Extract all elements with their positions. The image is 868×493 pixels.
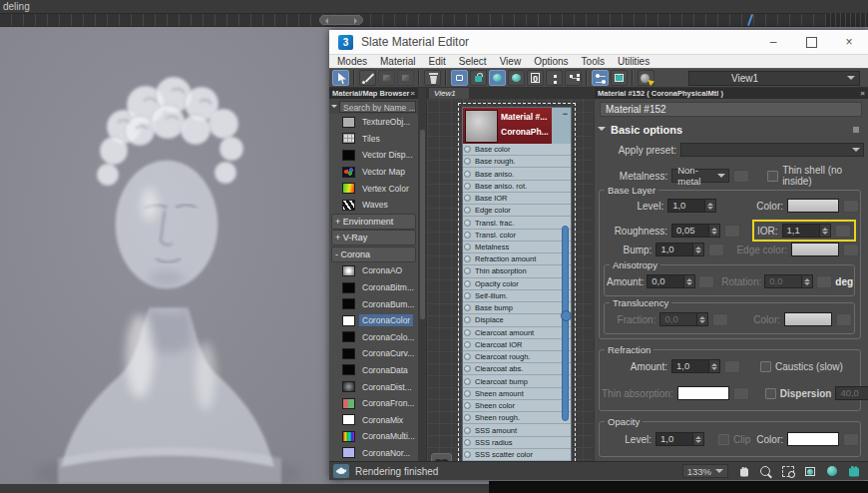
spinner-arrows-icon[interactable] <box>709 359 720 373</box>
rollout-pin-icon[interactable] <box>853 127 859 133</box>
caustics-checkbox[interactable] <box>760 361 771 372</box>
menu-tools[interactable]: Tools <box>582 55 605 68</box>
browser-item[interactable]: - Corona <box>329 246 418 263</box>
node-slot[interactable]: Sheen color <box>463 400 571 412</box>
edge-color-swatch[interactable] <box>791 243 839 256</box>
node-slot[interactable]: Base IOR <box>463 193 571 205</box>
node-slot[interactable]: Clearcoat IOR <box>463 339 571 351</box>
tab-view1[interactable]: View1 <box>429 88 469 99</box>
thin-absorption-swatch[interactable] <box>677 386 729 400</box>
menu-utilities[interactable]: Utilities <box>618 55 650 68</box>
roughness-spinner[interactable]: 0,05 <box>671 224 720 238</box>
move-children-icon[interactable] <box>451 70 468 86</box>
menu-options[interactable]: Options <box>534 55 568 68</box>
spinner-arrows-icon[interactable] <box>802 274 813 288</box>
browser-item[interactable]: CoronaFron... <box>329 395 418 412</box>
aniso-rotation-spinner[interactable]: 0,0 <box>764 274 813 288</box>
metalness-map-button[interactable] <box>733 170 749 183</box>
timeline-trackbar[interactable] <box>0 13 868 27</box>
dispersion-spinner[interactable]: 40,0 <box>835 386 868 400</box>
pick-material-from-object-icon[interactable] <box>378 70 395 86</box>
preview-navigator-icon[interactable] <box>611 70 628 86</box>
thin-absorption-map-button[interactable] <box>733 387 749 400</box>
fraction-map-button[interactable] <box>712 313 728 326</box>
params-panel-header[interactable]: Material #152 ( CoronaPhysicalMtl ) × <box>595 88 868 99</box>
metalness-dropdown[interactable]: Non-metal <box>671 169 729 183</box>
select-tool-icon[interactable] <box>332 70 349 86</box>
browser-item[interactable]: Vector Map <box>329 164 418 181</box>
spinner-arrows-icon[interactable] <box>693 243 704 256</box>
browser-item[interactable]: CoronaColo... <box>329 329 418 346</box>
search-input[interactable]: Search by Name ... <box>339 101 416 113</box>
zoom-level-dropdown[interactable]: 133% <box>682 464 728 478</box>
search-options-icon[interactable] <box>331 105 337 111</box>
refr-amount-spinner[interactable]: 1,0 <box>671 359 720 373</box>
maximize-button[interactable] <box>792 30 830 54</box>
minimize-button[interactable]: – <box>754 30 792 54</box>
menu-edit[interactable]: Edit <box>429 55 446 68</box>
browser-item[interactable]: CoronaData <box>329 362 418 379</box>
roughness-map-button[interactable] <box>724 225 740 238</box>
zoom-extents-icon[interactable] <box>802 464 818 479</box>
node-slot[interactable]: Clearcoat amount <box>463 327 571 339</box>
clip-checkbox[interactable] <box>718 434 729 445</box>
browser-item[interactable]: CoronaAO <box>329 262 418 279</box>
transl-color-map-button[interactable] <box>836 313 852 326</box>
node-slot[interactable]: Edge color <box>463 205 571 217</box>
browser-item[interactable]: CoronaNor... <box>329 445 418 461</box>
spinner-arrows-icon[interactable] <box>697 312 708 326</box>
node-slot[interactable]: Base color <box>463 144 571 156</box>
basic-options-rollout[interactable]: Basic options <box>598 122 865 137</box>
pan-selected-icon[interactable] <box>846 464 862 479</box>
params-close-icon[interactable]: × <box>860 89 865 98</box>
aniso-amount-spinner[interactable]: 0,0 <box>647 274 695 288</box>
browser-item[interactable]: TextureObj... <box>329 114 418 131</box>
browser-item[interactable]: CoronaCurv... <box>329 345 418 362</box>
transl-color-swatch[interactable] <box>784 312 832 326</box>
spinner-arrows-icon[interactable] <box>684 274 695 288</box>
thin-shell-checkbox[interactable] <box>767 171 778 182</box>
node-slot[interactable]: Clearcoat rough. <box>463 351 571 363</box>
browser-item[interactable]: Waves <box>329 197 418 214</box>
node-collapse-icon[interactable]: − <box>563 109 568 119</box>
show-shaded-icon[interactable] <box>489 70 506 86</box>
browser-item[interactable]: CoronaBum... <box>329 295 418 312</box>
node-slot[interactable]: SSS scatter color <box>463 449 571 461</box>
pan-tool-icon[interactable] <box>736 464 752 479</box>
browser-item[interactable]: CoronaMix <box>329 411 418 428</box>
node-slot[interactable]: Opacity color <box>463 278 571 290</box>
node-slot[interactable]: Base aniso. <box>463 168 571 180</box>
put-material-to-scene-icon[interactable] <box>397 70 414 86</box>
node-slot[interactable]: SSS radius <box>463 437 571 449</box>
level-spinner[interactable]: 1,0 <box>667 199 716 213</box>
delete-selected-icon[interactable] <box>424 70 441 86</box>
zoom-extents-selected-icon[interactable] <box>824 464 840 479</box>
node-output-connector[interactable] <box>561 310 572 321</box>
apply-preset-dropdown[interactable] <box>680 143 864 157</box>
edge-color-map-button[interactable] <box>843 244 859 256</box>
node-slot[interactable]: SSS amount <box>463 424 571 436</box>
node-view-canvas[interactable]: View1 Material #... CoronaPh... − Base c… <box>427 88 594 461</box>
node-slot[interactable]: Clearcoat bump <box>463 375 571 387</box>
material-node[interactable]: Material #... CoronaPh... − Base color B… <box>462 107 572 461</box>
spinner-arrows-icon[interactable] <box>709 224 720 238</box>
node-slot[interactable]: Sheen amount <box>463 388 571 400</box>
node-slot[interactable]: Metalness <box>463 242 571 253</box>
browser-scrollbar[interactable] <box>419 88 427 461</box>
time-slider-handle[interactable] <box>319 15 363 25</box>
refr-amount-map-button[interactable] <box>724 360 740 373</box>
layout-all-icon[interactable] <box>546 70 563 86</box>
node-slot[interactable]: Base rough. <box>463 156 571 168</box>
ior-map-button[interactable] <box>835 225 851 238</box>
menu-modes[interactable]: Modes <box>337 55 367 68</box>
browser-close-icon[interactable]: × <box>410 89 415 98</box>
opacity-color-swatch[interactable] <box>787 432 839 446</box>
window-titlebar[interactable]: 3 Slate Material Editor – × <box>329 30 868 55</box>
spinner-arrows-icon[interactable] <box>705 199 716 213</box>
browser-item[interactable]: CoronaBitm... <box>329 279 418 296</box>
node-slot[interactable]: Refraction amount <box>463 253 571 265</box>
menu-select[interactable]: Select <box>459 55 487 68</box>
close-button[interactable]: × <box>830 30 868 54</box>
ior-spinner[interactable]: 1,1 <box>782 224 831 238</box>
zoom-region-icon[interactable] <box>780 464 796 479</box>
